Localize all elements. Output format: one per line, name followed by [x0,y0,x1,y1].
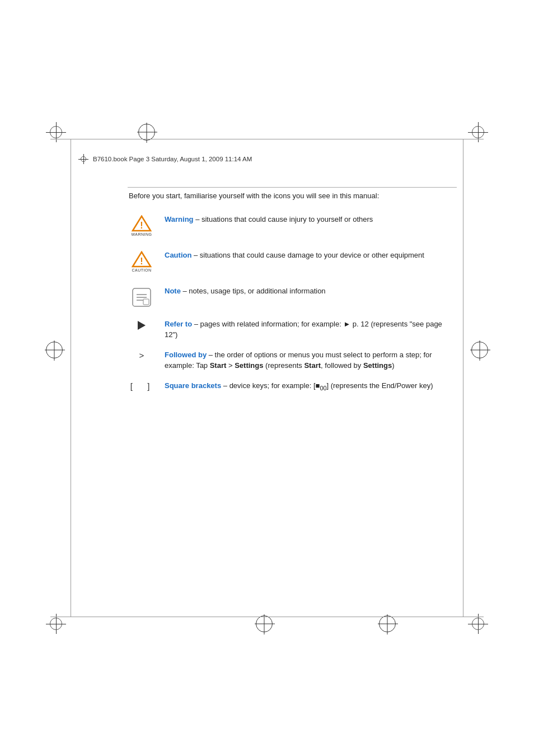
followed-by-symbol: > [139,351,144,360]
note-row: Note – notes, usage tips, or additional … [129,286,456,310]
refer-to-term: Refer to [165,320,192,328]
square-brackets-desc: Square brackets – device keys; for examp… [165,380,456,393]
caution-row: ! CAUTION Caution – situations that coul… [129,250,456,277]
warning-icon-cell: ! WARNING [129,214,154,241]
intro-text: Before you start, familiarise yourself w… [129,190,456,202]
note-term: Note [165,287,181,295]
refer-to-arrow-icon [138,321,146,330]
square-brackets-symbol: [ ] [130,381,153,391]
content-divider [128,187,457,188]
square-brackets-term: Square brackets [165,381,221,390]
followed-by-term: Followed by [165,351,207,359]
refer-to-row: Refer to – pages with related informatio… [129,319,456,340]
refer-to-desc: Refer to – pages with related informatio… [165,319,456,340]
refer-to-icon-cell [129,319,154,330]
note-icon-cell [129,286,154,310]
refer-to-description: – pages with related information; for ex… [165,320,442,339]
registration-mark-ml [46,342,63,358]
followed-by-icon-cell: > [129,349,154,360]
book-info-text: B7610.book Page 3 Saturday, August 1, 20… [93,156,252,162]
right-border-rule [463,139,463,617]
main-content: Before you start, familiarise yourself w… [129,190,456,532]
square-brackets-description: – device keys; for example: [■00] (repre… [221,381,433,390]
warning-term: Warning [165,215,194,223]
svg-rect-8 [143,299,149,305]
square-brackets-icon-cell: [ ] [129,380,154,391]
square-brackets-row: [ ] Square brackets – device keys; for e… [129,380,456,393]
caution-desc: Caution – situations that could cause da… [165,250,456,261]
registration-mark-mr [471,342,488,358]
warning-desc: Warning – situations that could cause in… [165,214,456,225]
followed-by-desc: Followed by – the order of options or me… [165,349,456,371]
book-info-bar: B7610.book Page 3 Saturday, August 1, 20… [78,154,456,164]
note-desc: Note – notes, usage tips, or additional … [165,286,456,297]
bottom-border-rule [50,617,484,617]
warning-label: WARNING [131,232,152,236]
registration-mark-bc [256,615,273,632]
note-icon [131,287,152,310]
svg-text:!: ! [140,221,143,230]
note-description: – notes, usage tips, or additional infor… [181,287,326,295]
registration-mark-tc [138,124,155,141]
left-border-rule [71,139,71,617]
caution-label: CAUTION [132,268,152,272]
followed-by-row: > Followed by – the order of options or … [129,349,456,371]
warning-row: ! WARNING Warning – situations that coul… [129,214,456,241]
warning-description: – situations that could cause injury to … [194,215,373,223]
caution-term: Caution [165,251,191,259]
caution-icon: ! CAUTION [130,251,153,277]
svg-text:!: ! [140,256,143,266]
caution-icon-cell: ! CAUTION [129,250,154,277]
caution-description: – situations that could cause damage to … [191,251,424,259]
top-border-rule [50,139,484,139]
registration-mark-bc2 [379,615,396,632]
warning-icon: ! WARNING [130,215,153,241]
